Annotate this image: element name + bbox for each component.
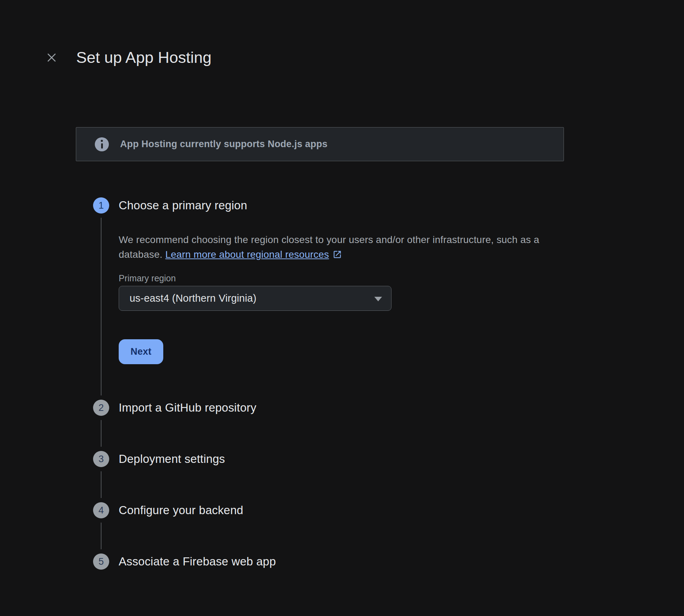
step-connector-line <box>101 471 101 498</box>
step-deployment-settings: 3 Deployment settings <box>93 451 684 502</box>
next-button[interactable]: Next <box>119 339 163 364</box>
description-line-1: We recommend choosing the region closest… <box>119 234 539 245</box>
step-1-title: Choose a primary region <box>119 197 684 214</box>
step-3-circle: 3 <box>93 451 109 467</box>
primary-region-value: us-east4 (Northern Virginia) <box>130 293 256 304</box>
step-rail-column: 5 <box>93 553 109 570</box>
close-icon <box>46 52 58 64</box>
learn-more-link[interactable]: Learn more about regional resources <box>165 249 329 260</box>
step-rail-column: 2 <box>93 400 109 451</box>
step-1-circle: 1 <box>93 197 109 214</box>
close-button[interactable] <box>44 50 59 65</box>
page-title: Set up App Hosting <box>76 48 211 67</box>
step-4-circle: 4 <box>93 502 109 518</box>
step-rail-column: 1 <box>93 197 109 400</box>
step-5-circle: 5 <box>93 553 109 570</box>
primary-region-select[interactable]: us-east4 (Northern Virginia) <box>119 286 392 311</box>
step-4-title: Configure your backend <box>119 502 684 518</box>
description-line-2: database. <box>119 249 163 260</box>
region-description: We recommend choosing the region closest… <box>119 232 684 262</box>
primary-region-label: Primary region <box>119 272 684 284</box>
step-2-title: Import a GitHub repository <box>119 400 684 416</box>
step-3-title: Deployment settings <box>119 451 684 467</box>
step-connector-line <box>101 523 101 549</box>
step-rail-column: 3 <box>93 451 109 502</box>
step-connector-line <box>101 218 101 395</box>
step-import-github-repository: 2 Import a GitHub repository <box>93 400 684 451</box>
step-5-title: Associate a Firebase web app <box>119 553 684 570</box>
info-banner: App Hosting currently supports Node.js a… <box>76 127 564 161</box>
step-configure-your-backend: 4 Configure your backend <box>93 502 684 553</box>
step-2-circle: 2 <box>93 400 109 416</box>
step-choose-primary-region: 1 Choose a primary region We recommend c… <box>93 197 684 400</box>
chevron-down-icon <box>374 297 382 301</box>
external-link-icon <box>333 250 342 259</box>
step-associate-firebase-web-app: 5 Associate a Firebase web app <box>93 553 684 570</box>
step-1-content: Choose a primary region We recommend cho… <box>119 197 684 400</box>
setup-stepper: 1 Choose a primary region We recommend c… <box>93 197 684 570</box>
step-rail-column: 4 <box>93 502 109 553</box>
dialog-header: Set up App Hosting <box>0 0 684 67</box>
banner-text: App Hosting currently supports Node.js a… <box>120 139 328 150</box>
info-icon <box>95 137 109 151</box>
step-connector-line <box>101 420 101 447</box>
